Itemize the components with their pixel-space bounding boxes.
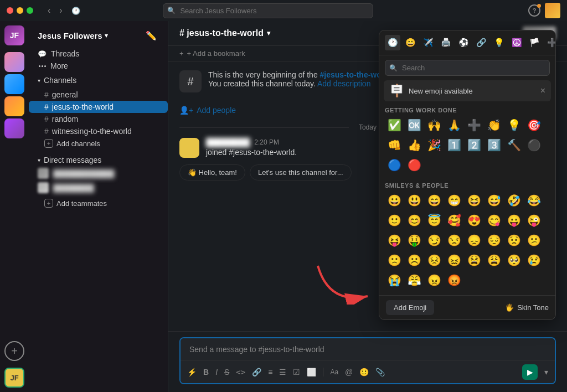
- emoji-slightly-frown[interactable]: 🙁: [385, 251, 404, 270]
- channel-item-jesus-to-the-world[interactable]: # jesus-to-the-world: [29, 101, 168, 113]
- emoji-search-input[interactable]: [385, 60, 550, 76]
- rail-item-2[interactable]: [4, 74, 24, 94]
- emoji-laughing[interactable]: 😆: [465, 191, 483, 210]
- emoji-tab-custom[interactable]: ➕: [544, 35, 555, 50]
- close-banner-button[interactable]: ×: [540, 86, 545, 96]
- emoji-plus[interactable]: ➕: [465, 116, 483, 135]
- workspace-icon[interactable]: JF: [4, 25, 24, 45]
- add-emoji-button[interactable]: Add Emoji: [386, 300, 434, 315]
- close-button[interactable]: [7, 7, 13, 14]
- emoji-icon[interactable]: 🙂: [359, 368, 369, 376]
- emoji-stuck-out-tongue[interactable]: 😛: [504, 211, 523, 230]
- quick-reply-2[interactable]: Let's use this channel for...: [250, 164, 352, 180]
- emoji-1[interactable]: 1️⃣: [445, 136, 463, 154]
- emoji-blue-circle[interactable]: 🔵: [385, 156, 404, 174]
- emoji-squinting-tongue[interactable]: 😝: [385, 231, 404, 250]
- emoji-tab-travel[interactable]: ✈️: [420, 35, 436, 50]
- emoji-black-circle[interactable]: ⚫: [524, 136, 543, 154]
- emoji-grinning[interactable]: 😀: [385, 191, 404, 210]
- quick-reply-1[interactable]: 👋 Hello, team!: [179, 164, 245, 180]
- sidebar-item-threads[interactable]: 💬 Threads: [29, 48, 168, 60]
- emoji-3[interactable]: 3️⃣: [484, 136, 503, 154]
- emoji-bulb[interactable]: 💡: [504, 116, 523, 135]
- rail-item-4[interactable]: [4, 118, 24, 138]
- emoji-fist[interactable]: 👊: [385, 136, 404, 154]
- emoji-tab-smileys[interactable]: 😀: [403, 35, 418, 50]
- rail-item-3[interactable]: [4, 96, 24, 116]
- send-options-icon[interactable]: ▾: [544, 368, 548, 376]
- emoji-heart-eyes[interactable]: 🥰: [445, 211, 463, 230]
- list-ordered-icon[interactable]: ≡: [268, 368, 272, 376]
- emoji-tired[interactable]: 😫: [465, 251, 483, 270]
- emoji-money-face[interactable]: 🤑: [405, 231, 424, 250]
- emoji-rage[interactable]: 😡: [445, 271, 463, 290]
- emoji-sob[interactable]: 😭: [385, 271, 404, 290]
- emoji-party[interactable]: 🎉: [425, 136, 444, 154]
- emoji-blush[interactable]: 😊: [405, 211, 424, 230]
- emoji-tab-ideas[interactable]: 💡: [491, 35, 507, 50]
- user-avatar-rail[interactable]: JF: [4, 368, 24, 388]
- emoji-hands-up[interactable]: 🙌: [425, 116, 444, 135]
- dm-header[interactable]: ▾ Direct messages: [29, 154, 168, 166]
- emoji-tab-recent[interactable]: 🕐: [385, 35, 400, 50]
- expand-icon[interactable]: ⬜: [307, 368, 316, 376]
- attachment-icon[interactable]: 📎: [375, 368, 385, 376]
- message-input[interactable]: [181, 338, 555, 360]
- emoji-target[interactable]: 🎯: [524, 116, 543, 135]
- emoji-wink-tongue[interactable]: 😜: [524, 211, 543, 230]
- forward-button[interactable]: ›: [56, 4, 65, 17]
- emoji-yum[interactable]: 😋: [484, 211, 503, 230]
- emoji-unamused[interactable]: 😒: [445, 231, 463, 250]
- channel-title[interactable]: # jesus-to-the-world ▾: [179, 28, 270, 38]
- workspace-name[interactable]: Jesus Followers ▾: [38, 31, 108, 40]
- emoji-check[interactable]: ✅: [385, 116, 404, 135]
- emoji-worried[interactable]: 😟: [504, 231, 523, 250]
- emoji-weary[interactable]: 😩: [484, 251, 503, 270]
- mention-icon[interactable]: @: [345, 368, 353, 376]
- emoji-pensive[interactable]: 😔: [484, 231, 503, 250]
- italic-icon[interactable]: I: [215, 368, 218, 376]
- help-button[interactable]: ?: [528, 4, 540, 17]
- emoji-mad[interactable]: 😠: [425, 271, 444, 290]
- minimize-button[interactable]: [17, 7, 23, 14]
- text-size-icon[interactable]: Aa: [330, 368, 338, 376]
- list-unordered-icon[interactable]: ☰: [279, 368, 286, 376]
- add-workspace-button[interactable]: +: [4, 341, 24, 361]
- emoji-slightly-smile[interactable]: 🙂: [385, 211, 404, 230]
- emoji-red-circle[interactable]: 🔴: [405, 156, 424, 174]
- emoji-beaming[interactable]: 😁: [445, 191, 463, 210]
- skin-tone-button[interactable]: 🖐️ Skin Tone: [505, 303, 549, 312]
- link-icon[interactable]: 🔗: [252, 368, 261, 376]
- sidebar-item-more[interactable]: More: [29, 60, 168, 72]
- lightning-icon[interactable]: ⚡: [187, 368, 197, 376]
- emoji-frown[interactable]: ☹️: [405, 251, 424, 270]
- add-description-link[interactable]: Add description: [317, 79, 371, 88]
- emoji-tab-activities[interactable]: ⚽: [456, 35, 471, 50]
- user-avatar-titlebar[interactable]: [545, 3, 560, 18]
- bold-icon[interactable]: B: [203, 368, 209, 376]
- dm-item-1[interactable]: ████████████: [29, 166, 168, 180]
- emoji-smirk[interactable]: 😏: [425, 231, 444, 250]
- emoji-confused[interactable]: 😕: [524, 231, 543, 250]
- emoji-tab-symbols[interactable]: 🔗: [473, 35, 489, 50]
- emoji-confounded[interactable]: 😖: [445, 251, 463, 270]
- back-button[interactable]: ‹: [44, 4, 54, 17]
- emoji-smiley[interactable]: 😃: [405, 191, 424, 210]
- emoji-angry-face[interactable]: 😤: [405, 271, 424, 290]
- compose-button[interactable]: ✏️: [143, 28, 159, 43]
- strikethrough-icon[interactable]: S: [224, 368, 229, 376]
- emoji-thumbsup[interactable]: 👍: [405, 136, 424, 154]
- emoji-cry[interactable]: 😢: [524, 251, 543, 270]
- emoji-rofl[interactable]: 🤣: [504, 191, 523, 210]
- channel-item-general[interactable]: # general: [29, 89, 168, 101]
- channel-item-witnessing[interactable]: # witnessing-to-the-world: [29, 125, 168, 137]
- emoji-hammer[interactable]: 🔨: [504, 136, 523, 154]
- emoji-star-struck[interactable]: 😍: [465, 211, 483, 230]
- emoji-disappointed[interactable]: 😞: [465, 231, 483, 250]
- search-input[interactable]: [163, 3, 373, 18]
- maximize-button[interactable]: [27, 7, 33, 14]
- add-teammates-button[interactable]: + Add teammates: [29, 197, 168, 209]
- emoji-clap[interactable]: 👏: [484, 116, 503, 135]
- emoji-innocent[interactable]: 😇: [425, 211, 444, 230]
- emoji-tab-peace[interactable]: ☮️: [509, 35, 524, 50]
